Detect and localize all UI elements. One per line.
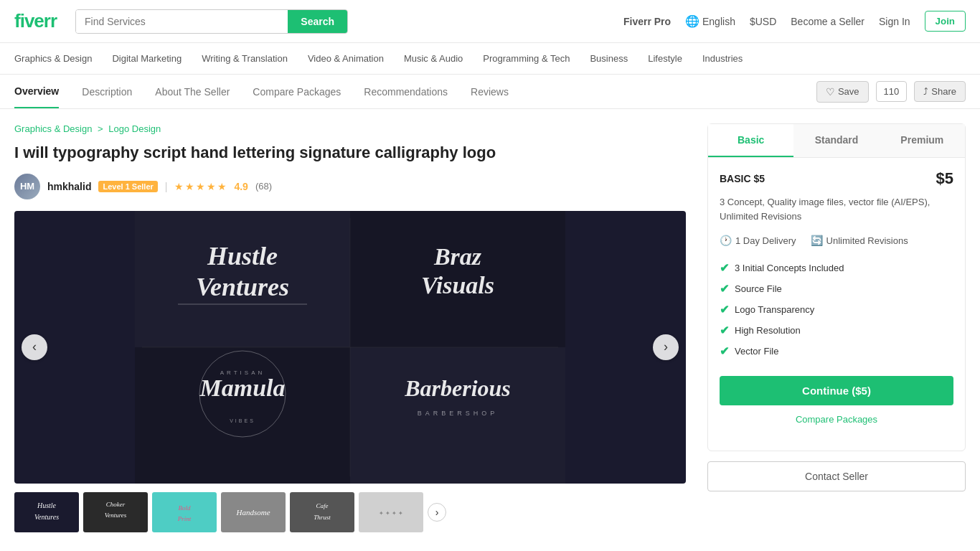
pkg-tab-standard[interactable]: Standard	[793, 124, 879, 157]
delivery-label: 1 Day Delivery	[735, 235, 796, 246]
thumbnail-6[interactable]: ✦ ✦ ✦ ✦	[359, 492, 423, 532]
cat-nav-item-business[interactable]: Business	[590, 53, 628, 64]
svg-rect-18	[14, 492, 79, 532]
star-2: ★	[185, 181, 194, 192]
avatar-initials: HM	[20, 181, 34, 192]
svg-rect-24	[152, 492, 217, 532]
tab-compare-packages[interactable]: Compare Packages	[253, 75, 341, 108]
avatar[interactable]: HM	[14, 174, 40, 199]
review-count: (68)	[255, 181, 272, 192]
continue-button[interactable]: Continue ($5)	[720, 376, 953, 405]
cat-nav-item-video-animation[interactable]: Video & Animation	[308, 53, 384, 64]
pkg-tab-basic[interactable]: Basic	[708, 124, 793, 157]
search-button[interactable]: Search	[288, 10, 347, 33]
thumbnail-strip: HustleVentures ChokerVentures BoldPrint …	[14, 492, 686, 532]
cat-nav-item-lifestyle[interactable]: Lifestyle	[648, 53, 682, 64]
fiverr-pro-link[interactable]: Fiverr Pro	[623, 16, 671, 27]
cat-nav-item-digital-marketing[interactable]: Digital Marketing	[112, 53, 182, 64]
thumbnail-2[interactable]: ChokerVentures	[83, 492, 148, 532]
become-seller-link[interactable]: Become a Seller	[791, 16, 864, 27]
language-selector[interactable]: 🌐 English	[685, 14, 735, 28]
star-3: ★	[196, 181, 205, 192]
search-bar: Search	[75, 9, 348, 34]
sign-in-link[interactable]: Sign In	[879, 16, 910, 27]
feature-item: ✔Vector File	[720, 341, 953, 362]
seller-username[interactable]: hmkhalid	[47, 181, 91, 192]
share-icon: ⤴	[923, 86, 928, 97]
tab-bar: OverviewDescriptionAbout The SellerCompa…	[0, 75, 980, 109]
tab-overview[interactable]: Overview	[14, 75, 59, 108]
save-button[interactable]: ♡ Save	[816, 81, 869, 103]
search-input[interactable]	[76, 10, 288, 33]
thumbnail-next-button[interactable]: ›	[428, 503, 446, 522]
svg-text:Bold: Bold	[179, 504, 191, 512]
gallery-next-button[interactable]: ›	[653, 334, 679, 360]
svg-text:Mamula: Mamula	[199, 375, 285, 401]
feature-label: Logo Transparency	[735, 304, 814, 315]
heart-icon: ♡	[826, 86, 835, 98]
cat-nav-item-writing-translation[interactable]: Writing & Translation	[202, 53, 288, 64]
thumbnail-4[interactable]: Handsome	[221, 492, 286, 532]
feature-item: ✔Logo Transparency	[720, 299, 953, 320]
breadcrumb-subcategory[interactable]: Logo Design	[108, 123, 161, 134]
svg-text:Handsome: Handsome	[235, 508, 270, 517]
cat-nav-item-industries[interactable]: Industries	[702, 53, 743, 64]
breadcrumb-category[interactable]: Graphics & Design	[14, 123, 92, 134]
cat-nav-item-graphics-design[interactable]: Graphics & Design	[14, 53, 92, 64]
breadcrumb: Graphics & Design > Logo Design	[14, 123, 686, 134]
check-icon: ✔	[720, 344, 729, 358]
save-count: 110	[876, 81, 908, 102]
seller-info: HM hmkhalid Level 1 Seller | ★ ★ ★ ★ ★ 4…	[14, 174, 686, 199]
left-column: Graphics & Design > Logo Design I will t…	[14, 123, 686, 532]
gig-title: I will typography script hand lettering …	[14, 143, 686, 164]
cat-nav-item-music-audio[interactable]: Music & Audio	[404, 53, 463, 64]
svg-text:Ventures: Ventures	[105, 512, 127, 519]
star-4: ★	[207, 181, 216, 192]
divider: |	[165, 181, 168, 192]
cat-nav-item-programming-tech[interactable]: Programming & Tech	[483, 53, 570, 64]
svg-text:✦ ✦ ✦ ✦: ✦ ✦ ✦ ✦	[379, 510, 403, 517]
fiverr-logo[interactable]: fiverr	[14, 10, 57, 32]
star-1: ★	[174, 181, 184, 192]
main-content: Graphics & Design > Logo Design I will t…	[0, 109, 980, 532]
svg-text:Ventures: Ventures	[34, 513, 59, 521]
svg-text:Visuals: Visuals	[421, 272, 494, 298]
revisions-meta: 🔄 Unlimited Revisions	[811, 235, 908, 246]
check-icon: ✔	[720, 324, 729, 337]
check-icon: ✔	[720, 282, 729, 296]
package-card: BasicStandardPremium BASIC $5 $5 3 Conce…	[707, 123, 966, 451]
svg-text:Cafe: Cafe	[316, 502, 329, 509]
tab-about-seller[interactable]: About The Seller	[155, 75, 230, 108]
thumbnail-3[interactable]: BoldPrint	[152, 492, 217, 532]
pkg-tab-premium[interactable]: Premium	[880, 124, 965, 157]
svg-text:Hustle: Hustle	[207, 242, 278, 270]
thumbnail-5[interactable]: CafeThrust	[290, 492, 354, 532]
breadcrumb-separator: >	[98, 123, 105, 134]
package-tabs: BasicStandardPremium	[708, 124, 965, 158]
package-meta: 🕐 1 Day Delivery 🔄 Unlimited Revisions	[720, 235, 953, 246]
svg-text:Barberious: Barberious	[404, 375, 511, 401]
currency-selector[interactable]: $USD	[750, 16, 776, 27]
share-button[interactable]: ⤴ Share	[914, 81, 966, 102]
tab-description[interactable]: Description	[82, 75, 132, 108]
svg-rect-29	[290, 492, 354, 532]
svg-text:VIBES: VIBES	[230, 418, 255, 423]
join-button[interactable]: Join	[925, 11, 966, 32]
svg-text:BARBERSHOP: BARBERSHOP	[418, 410, 499, 417]
feature-label: Source File	[735, 283, 782, 294]
contact-seller-button[interactable]: Contact Seller	[707, 461, 966, 491]
thumbnail-1[interactable]: HustleVentures	[14, 492, 79, 532]
top-nav-right: Fiverr Pro 🌐 English $USD Become a Selle…	[623, 11, 966, 32]
top-nav: fiverr Search Fiverr Pro 🌐 English $USD …	[0, 0, 980, 43]
tab-reviews[interactable]: Reviews	[471, 75, 509, 108]
tab-recommendations[interactable]: Recommendations	[364, 75, 448, 108]
svg-rect-3	[135, 347, 350, 484]
svg-text:Thrust: Thrust	[314, 514, 331, 521]
gallery-prev-button[interactable]: ‹	[22, 334, 47, 360]
clock-icon: 🕐	[720, 235, 732, 246]
package-body: BASIC $5 $5 3 Concept, Quality image fil…	[708, 158, 965, 436]
delivery-meta: 🕐 1 Day Delivery	[720, 235, 796, 246]
gallery-main-image: Hustle Ventures Braz Visuals Mamula ARTI…	[14, 211, 686, 484]
compare-packages-link[interactable]: Compare Packages	[720, 414, 953, 425]
svg-text:Braz: Braz	[433, 243, 482, 270]
